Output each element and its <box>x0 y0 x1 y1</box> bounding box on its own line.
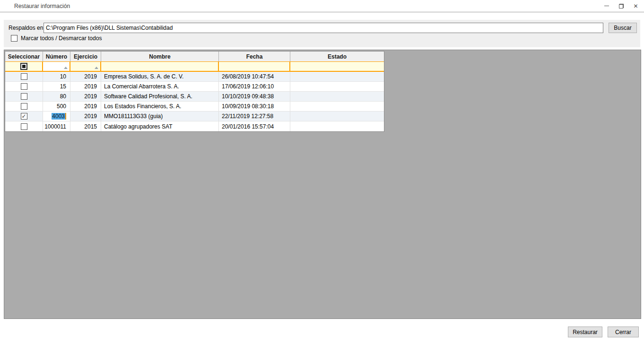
cell-seleccionar <box>5 82 43 91</box>
title-bar: Restaurar información ✕ <box>0 0 644 12</box>
mark-all-checkbox[interactable] <box>11 35 17 42</box>
cell-numero-editing[interactable]: 4003 <box>43 112 70 121</box>
header-estado[interactable]: Estado <box>290 52 384 61</box>
header-nombre[interactable]: Nombre <box>101 52 219 61</box>
cell-nombre[interactable]: La Comercial Abarrotera S. A. <box>101 82 219 91</box>
cell-estado[interactable] <box>290 92 384 101</box>
select-all-checkbox[interactable] <box>20 63 27 70</box>
table-row[interactable]: 80 2019 Software Calidad Profesional, S.… <box>5 92 384 102</box>
minimize-button[interactable] <box>599 0 614 12</box>
close-dialog-button[interactable]: Cerrar <box>608 327 639 337</box>
cell-fecha[interactable]: 10/09/2019 08:30:18 <box>219 102 290 111</box>
triangle-up-icon <box>64 67 68 69</box>
restore-backup-button[interactable]: Restaurar <box>568 327 602 337</box>
close-button[interactable]: ✕ <box>628 0 643 12</box>
cell-estado[interactable] <box>290 72 384 81</box>
cell-numero[interactable]: 15 <box>43 82 70 91</box>
cell-seleccionar <box>5 102 43 111</box>
row-checkbox[interactable] <box>21 113 27 120</box>
row-checkbox[interactable] <box>21 73 27 80</box>
grid-filter-row <box>5 61 384 72</box>
selected-cell-text: 4003 <box>52 113 65 120</box>
filter-cell-fecha[interactable] <box>219 62 290 71</box>
mark-all-row: Marcar todos / Desmarcar todos <box>11 35 102 42</box>
search-panel: Respaldos en Buscar Marcar todos / Desma… <box>4 20 640 47</box>
path-label: Respaldos en <box>9 25 43 31</box>
minimize-icon <box>604 6 609 6</box>
cell-nombre[interactable]: MMO181113G33 (guia) <box>101 112 219 121</box>
header-seleccionar[interactable]: Seleccionar <box>5 52 43 61</box>
cell-nombre[interactable]: Empresa Solidus, S. A. de C. V. <box>101 72 219 81</box>
table-row[interactable]: 1000011 2015 Catálogo agrupadores SAT 20… <box>5 121 384 131</box>
header-fecha[interactable]: Fecha <box>219 52 290 61</box>
table-row[interactable]: 15 2019 La Comercial Abarrotera S. A. 17… <box>5 82 384 92</box>
search-button[interactable]: Buscar <box>609 23 637 33</box>
filter-cell-ejercicio[interactable] <box>70 62 101 71</box>
row-checkbox[interactable] <box>21 103 27 110</box>
table-row-selected[interactable]: 4003 2019 MMO181113G33 (guia) 22/11/2019… <box>5 112 384 121</box>
cell-seleccionar <box>5 92 43 101</box>
cell-nombre[interactable]: Software Calidad Profesional, S. A. <box>101 92 219 101</box>
cell-estado[interactable] <box>290 102 384 111</box>
window-controls: ✕ <box>599 0 643 12</box>
filter-cell-numero[interactable] <box>43 62 70 71</box>
cell-numero[interactable]: 1000011 <box>43 121 70 131</box>
cell-numero[interactable]: 500 <box>43 102 70 111</box>
cell-seleccionar <box>5 121 43 131</box>
close-icon: ✕ <box>633 3 638 9</box>
table-row[interactable]: 10 2019 Empresa Solidus, S. A. de C. V. … <box>5 72 384 82</box>
cell-ejercicio[interactable]: 2019 <box>70 92 101 101</box>
window-title: Restaurar información <box>14 3 70 9</box>
cell-nombre[interactable]: Los Estados Financieros, S. A. <box>101 102 219 111</box>
cell-ejercicio[interactable]: 2019 <box>70 112 101 121</box>
cell-estado[interactable] <box>290 121 384 131</box>
cell-fecha[interactable]: 20/01/2016 15:57:04 <box>219 121 290 131</box>
cell-numero[interactable]: 80 <box>43 92 70 101</box>
cell-seleccionar <box>5 72 43 81</box>
row-checkbox[interactable] <box>21 93 27 100</box>
cell-ejercicio[interactable]: 2019 <box>70 72 101 81</box>
cell-ejercicio[interactable]: 2015 <box>70 121 101 131</box>
header-numero[interactable]: Número <box>43 52 70 61</box>
restore-button[interactable] <box>614 0 628 12</box>
cell-ejercicio[interactable]: 2019 <box>70 82 101 91</box>
filter-cell-seleccionar[interactable] <box>5 62 43 71</box>
mark-all-label: Marcar todos / Desmarcar todos <box>21 35 102 42</box>
cell-fecha[interactable]: 26/08/2019 10:47:54 <box>219 72 290 81</box>
header-ejercicio[interactable]: Ejercicio <box>70 52 101 61</box>
backup-path-input[interactable] <box>44 23 603 33</box>
cell-fecha[interactable]: 10/10/2019 09:48:38 <box>219 92 290 101</box>
cell-fecha[interactable]: 22/11/2019 12:27:58 <box>219 112 290 121</box>
filter-cell-nombre[interactable] <box>101 62 219 71</box>
triangle-up-icon <box>95 67 98 69</box>
cell-fecha[interactable]: 17/06/2019 12:06:10 <box>219 82 290 91</box>
backups-grid: Seleccionar Número Ejercicio Nombre Fech… <box>5 51 384 132</box>
filter-cell-estado[interactable] <box>290 62 384 71</box>
row-checkbox[interactable] <box>21 123 27 130</box>
cell-numero[interactable]: 10 <box>43 72 70 81</box>
grid-header-row: Seleccionar Número Ejercicio Nombre Fech… <box>5 52 384 61</box>
cell-estado[interactable] <box>290 112 384 121</box>
cell-nombre[interactable]: Catálogo agrupadores SAT <box>101 121 219 131</box>
table-row[interactable]: 500 2019 Los Estados Financieros, S. A. … <box>5 102 384 112</box>
restore-window-icon <box>619 4 624 9</box>
cell-estado[interactable] <box>290 82 384 91</box>
cell-ejercicio[interactable]: 2019 <box>70 102 101 111</box>
cell-seleccionar <box>5 112 43 121</box>
row-checkbox[interactable] <box>21 83 27 90</box>
text-caret <box>65 113 66 120</box>
